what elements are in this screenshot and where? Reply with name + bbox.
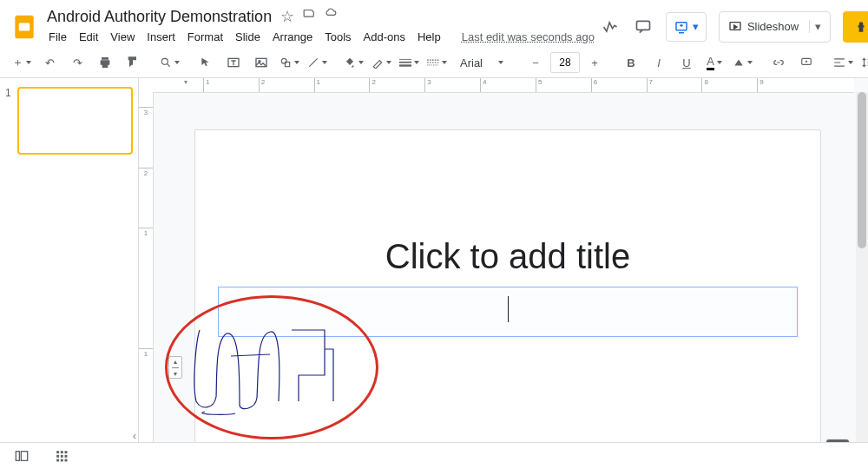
menu-tools[interactable]: Tools [319, 28, 356, 46]
vertical-ruler[interactable]: 3 2 1 1 [139, 92, 154, 469]
font-family-select[interactable]: Arial [460, 56, 512, 69]
undo-button[interactable]: ↶ [36, 51, 62, 74]
svg-rect-13 [399, 64, 411, 66]
svg-rect-1 [19, 23, 30, 30]
svg-rect-31 [65, 459, 68, 462]
svg-point-5 [161, 58, 168, 64]
star-icon[interactable]: ☆ [280, 7, 294, 26]
font-size-input[interactable] [550, 52, 580, 73]
title-bar: Android Authority Demonstration ☆ File E… [0, 0, 868, 48]
last-edit-status[interactable]: Last edit was seconds ago [457, 28, 600, 46]
slide-canvas[interactable]: Click to add title [195, 130, 820, 469]
select-tool[interactable] [193, 51, 219, 74]
slideshow-caret-icon[interactable]: ▾ [809, 20, 821, 33]
toolbar: ＋ ↶ ↷ Arial − + B I U A [0, 48, 868, 78]
menu-bar: File Edit View Insert Format Slide Arran… [43, 28, 600, 48]
thumbnail-number: 1 [5, 87, 14, 155]
title-placeholder[interactable]: Click to add title [218, 224, 798, 288]
svg-rect-23 [56, 451, 59, 453]
text-color-button[interactable]: A [701, 51, 727, 74]
menu-slide[interactable]: Slide [230, 28, 266, 46]
italic-button[interactable]: I [646, 51, 672, 74]
line-tool[interactable] [304, 51, 330, 74]
fill-color-button[interactable] [340, 51, 366, 74]
move-icon[interactable] [303, 7, 315, 26]
redo-button[interactable]: ↷ [64, 51, 90, 74]
cloud-status-icon[interactable] [324, 7, 338, 26]
svg-rect-2 [636, 21, 649, 30]
svg-rect-29 [56, 459, 59, 462]
activity-icon[interactable] [600, 17, 621, 37]
canvas-area[interactable]: ▾ 1 2 1 2 3 4 5 6 7 8 9 3 2 1 1 [139, 78, 868, 469]
vertical-scrollbar[interactable] [856, 92, 868, 469]
textbox-tool[interactable] [220, 51, 247, 74]
title-placeholder-text: Click to add title [385, 237, 630, 276]
align-button[interactable] [830, 51, 856, 74]
bold-button[interactable]: B [618, 51, 644, 74]
zoom-button[interactable] [156, 51, 182, 74]
font-size-increase[interactable]: + [582, 51, 608, 74]
slides-logo[interactable] [10, 11, 38, 43]
svg-rect-24 [61, 451, 63, 453]
ruler-indent-marker[interactable]: ▴▾ [168, 356, 182, 379]
font-size-decrease[interactable]: − [523, 51, 549, 74]
menu-edit[interactable]: Edit [74, 28, 103, 46]
image-tool[interactable] [248, 51, 274, 74]
grid-view-button[interactable] [49, 445, 75, 467]
font-size-control: − + [523, 51, 608, 74]
svg-rect-28 [65, 455, 68, 458]
menu-insert[interactable]: Insert [141, 28, 181, 46]
svg-rect-26 [56, 455, 59, 458]
highlight-color-button[interactable] [729, 51, 755, 74]
horizontal-ruler[interactable]: ▾ 1 2 1 2 3 4 5 6 7 8 9 [161, 78, 854, 93]
svg-point-9 [281, 58, 286, 63]
svg-rect-11 [399, 59, 411, 60]
svg-rect-22 [21, 452, 27, 461]
workspace: 1 ▾ 1 2 1 2 3 4 5 6 7 8 9 3 2 [0, 78, 868, 469]
svg-rect-25 [65, 451, 68, 453]
present-dropdown[interactable]: ▾ [666, 12, 707, 42]
border-dash-button[interactable] [424, 51, 450, 74]
subtitle-textbox-selected[interactable] [218, 287, 798, 337]
svg-rect-27 [61, 455, 63, 458]
slide-thumbnail-panel: 1 [0, 78, 139, 469]
menu-arrange[interactable]: Arrange [267, 28, 318, 46]
share-button[interactable]: Share [843, 11, 868, 43]
document-title[interactable]: Android Authority Demonstration [47, 8, 272, 26]
slide-thumbnail[interactable] [17, 87, 133, 155]
line-spacing-button[interactable] [858, 51, 868, 74]
menu-file[interactable]: File [43, 28, 72, 46]
underline-button[interactable]: U [674, 51, 700, 74]
svg-rect-12 [399, 62, 411, 63]
ruler-corner [139, 78, 162, 93]
slideshow-label: Slideshow [747, 20, 799, 33]
insert-link-button[interactable] [766, 51, 792, 74]
border-color-button[interactable] [368, 51, 394, 74]
print-button[interactable] [92, 51, 118, 74]
menu-addons[interactable]: Add-ons [358, 28, 411, 46]
status-bar [0, 442, 868, 469]
svg-rect-21 [16, 452, 19, 461]
menu-help[interactable]: Help [412, 28, 446, 46]
insert-comment-button[interactable] [793, 51, 819, 74]
paint-format-button[interactable] [120, 51, 146, 74]
comments-icon[interactable] [633, 17, 654, 37]
shape-tool[interactable] [276, 51, 302, 74]
panel-scroll-arrow-icon[interactable]: ‹ [128, 429, 141, 441]
filmstrip-view-button[interactable] [9, 445, 35, 467]
menu-format[interactable]: Format [182, 28, 228, 46]
menu-view[interactable]: View [105, 28, 140, 46]
text-cursor [508, 296, 509, 322]
new-slide-button[interactable]: ＋ [9, 51, 35, 74]
svg-rect-30 [61, 459, 63, 462]
slideshow-button[interactable]: Slideshow ▾ [719, 11, 831, 43]
border-weight-button[interactable] [396, 51, 422, 74]
